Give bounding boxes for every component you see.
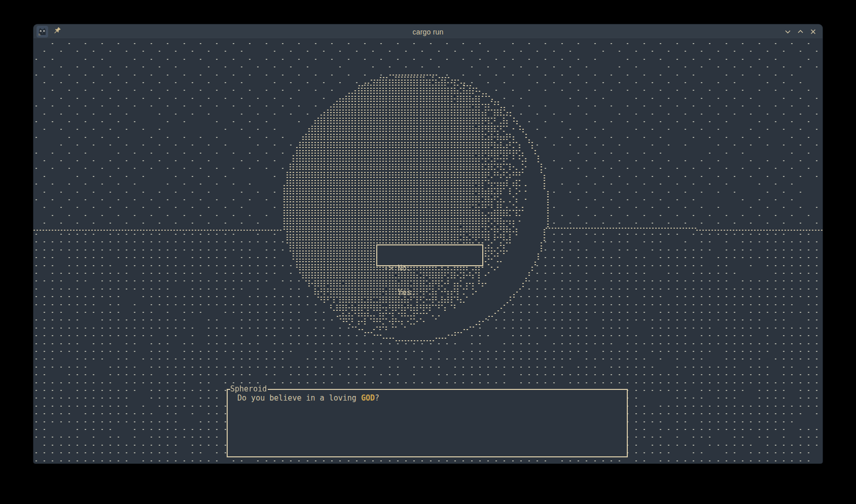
menu-option-no[interactable]: -> No. (384, 264, 482, 272)
selection-arrow: -> (384, 264, 398, 272)
terminal-content: -> No. Yes. Spheroid Do you believe in a… (33, 39, 823, 463)
terminal-window: cargo run -> No. Yes. Spheroid D (33, 24, 823, 463)
titlebar: cargo run (33, 24, 823, 39)
question-text: Do you believe in a loving GOD? (228, 390, 627, 402)
menu-option-yes[interactable]: Yes. (384, 289, 482, 297)
panel-title: Spheroid (230, 385, 268, 393)
minimize-chevron-down-icon[interactable] (784, 28, 791, 35)
close-x-icon[interactable] (809, 28, 816, 35)
choice-menu: -> No. Yes. (376, 244, 483, 266)
maximize-chevron-up-icon[interactable] (797, 28, 804, 35)
option-label: Yes. (398, 289, 416, 297)
spheroid-panel: Spheroid Do you believe in a loving GOD? (227, 389, 628, 457)
question-emphasis: GOD (361, 393, 375, 403)
window-title: cargo run (33, 24, 823, 39)
option-label: No. (398, 264, 411, 272)
